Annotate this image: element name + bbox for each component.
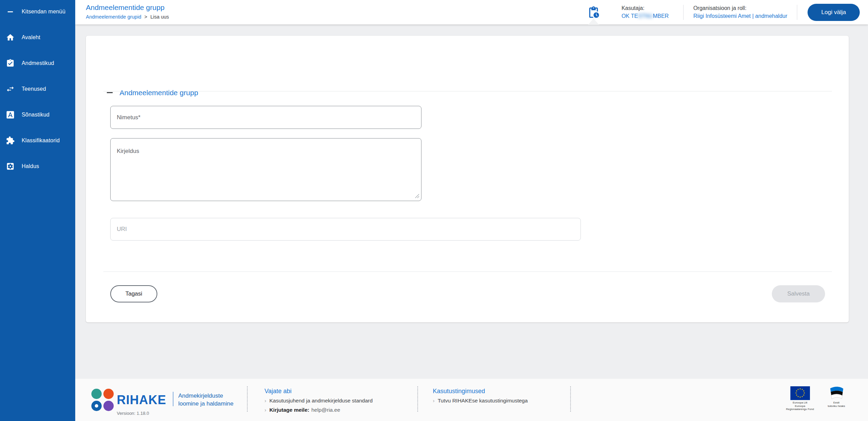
user-label: Kasutaja: (621, 5, 674, 11)
sidebar-item-label: Teenused (22, 86, 46, 92)
logo-circle-purple (103, 401, 114, 411)
chevron-bullet-icon: › (264, 407, 266, 413)
brand-separator (173, 392, 173, 406)
sidebar-item-label: Andmestikud (22, 60, 54, 66)
footer-terms-column: Kasutustingimused › Tutvu RIHAKEse kasut… (433, 388, 528, 404)
footer-divider (247, 386, 248, 412)
header-titles: Andmeelementide grupp Andmeelementide gr… (75, 0, 169, 24)
help-heading: Vajate abi (264, 388, 373, 395)
page-title: Andmeelementide grupp (86, 3, 169, 12)
terms-link[interactable]: › Tutvu RIHAKEse kasutustingimustega (433, 397, 528, 404)
gear-box-icon (6, 162, 15, 171)
sidebar-item-label: Sõnastikud (22, 112, 49, 118)
sidebar-item-label: Klassifikaatorid (22, 137, 60, 144)
clipboard-check-icon (6, 59, 15, 68)
rihake-logo-icon (91, 389, 114, 411)
swap-arrows-icon (6, 85, 15, 93)
clipboard-clock-icon (587, 6, 600, 19)
form-card: Andmeelementide grupp Tagasi Salvesta (86, 36, 849, 322)
footer: RIHAKE Andmekirjelduste loomine ja halda… (75, 379, 868, 421)
nimetus-input[interactable] (110, 106, 421, 129)
eu-flag-icon (790, 386, 810, 400)
kirjeldus-textarea[interactable] (110, 138, 421, 201)
actions-divider (103, 272, 832, 272)
footer-divider (417, 386, 418, 412)
header-right: Kasutaja: OK TESTNUMBER Organisatsioon j… (587, 0, 868, 24)
estonia-flag-logo: Eesti tuleviku heaks (822, 386, 851, 411)
eu-logo-caption: Euroopa Liit Euroopa Regionaalarengu Fon… (786, 401, 814, 411)
sidebar-item-label: Kitsendan menüü (22, 9, 66, 15)
header-divider (683, 5, 684, 20)
organisation-label: Organisatsioon ja roll: (693, 5, 787, 11)
estonia-flag-icon (828, 386, 845, 400)
uri-input[interactable] (110, 218, 581, 241)
terms-heading: Kasutustingimused (433, 388, 528, 395)
top-header: Andmeelementide grupp Andmeelementide gr… (75, 0, 868, 24)
chevron-bullet-icon: › (433, 397, 435, 404)
chevron-bullet-icon: › (264, 397, 266, 404)
pending-tasks-button[interactable] (587, 6, 600, 19)
organisation-role-link[interactable]: Riigi Infosüsteemi Amet | andmehaldur (693, 13, 787, 19)
logo-circle-teal (91, 389, 102, 399)
popover-arrow (588, 19, 599, 25)
sidebar-nav: Kitsendan menüü Avaleht Andmestikud Teen… (0, 0, 75, 182)
sidebar-item-teenused[interactable]: Teenused (0, 79, 75, 99)
home-icon (6, 33, 15, 42)
back-button[interactable]: Tagasi (110, 285, 157, 302)
puzzle-icon (6, 136, 15, 145)
section-collapse-toggle[interactable]: Andmeelementide grupp (107, 88, 198, 97)
brand-tagline: Andmekirjelduste loomine ja haldamine (178, 392, 234, 408)
brand-name: RIHAKE (117, 393, 166, 407)
footer-help-column: Vajate abi › Kasutusjuhend ja andmekirje… (264, 388, 373, 413)
sidebar-item-label: Haldus (22, 163, 39, 169)
minus-icon (6, 7, 15, 16)
sidebar-item-haldus[interactable]: Haldus (0, 157, 75, 176)
breadcrumb-parent-link[interactable]: Andmeelementide grupid (86, 14, 141, 20)
breadcrumb-current: Lisa uus (150, 14, 169, 20)
header-divider (797, 5, 797, 20)
help-manual-link[interactable]: › Kasutusjuhend ja andmekirjelduse stand… (264, 397, 373, 404)
eu-regional-fund-logo: Euroopa Liit Euroopa Regionaalarengu Fon… (782, 386, 818, 411)
kirjeldus-field-wrap (110, 138, 421, 201)
sidebar-item-andmestikud[interactable]: Andmestikud (0, 54, 75, 73)
sidebar-item-label: Avaleht (22, 34, 40, 41)
user-name: OK TESTNUMBER (621, 13, 674, 19)
logo-circle-donut (91, 401, 102, 411)
collapse-minus-icon[interactable] (107, 90, 113, 96)
sidebar: Kitsendan menüü Avaleht Andmestikud Teen… (0, 0, 75, 421)
breadcrumb-separator: > (144, 14, 147, 20)
section-divider (103, 91, 832, 91)
help-email-link[interactable]: › Kirjutage meile: help@ria.ee (264, 407, 373, 413)
section-title: Andmeelementide grupp (120, 88, 198, 97)
rihake-app: Kitsendan menüü Avaleht Andmestikud Teen… (0, 0, 868, 421)
user-block: Kasutaja: OK TESTNUMBER (621, 5, 674, 19)
organisation-block: Organisatsioon ja roll: Riigi Infosüstee… (693, 5, 787, 19)
sidebar-item-avaleht[interactable]: Avaleht (0, 28, 75, 47)
version-label: Versioon: 1.18.0 (117, 411, 149, 416)
logout-button[interactable]: Logi välja (808, 4, 860, 21)
logo-circle-orange (103, 389, 114, 399)
sidebar-item-klassifikaatorid[interactable]: Klassifikaatorid (0, 131, 75, 150)
breadcrumb: Andmeelementide grupid > Lisa uus (86, 14, 169, 20)
footer-divider (570, 386, 571, 412)
footer-logos: Euroopa Liit Euroopa Regionaalarengu Fon… (782, 386, 851, 411)
content-area: Andmeelementide grupp Tagasi Salvesta (75, 24, 868, 379)
save-button[interactable]: Salvesta (772, 285, 825, 302)
user-name-obscured: STNU (638, 13, 653, 19)
sidebar-item-sonastikud[interactable]: Sõnastikud (0, 105, 75, 124)
sidebar-item-collapse-menu[interactable]: Kitsendan menüü (0, 2, 75, 21)
letter-a-box-icon (6, 110, 15, 119)
estonia-logo-caption: Eesti tuleviku heaks (828, 401, 845, 408)
